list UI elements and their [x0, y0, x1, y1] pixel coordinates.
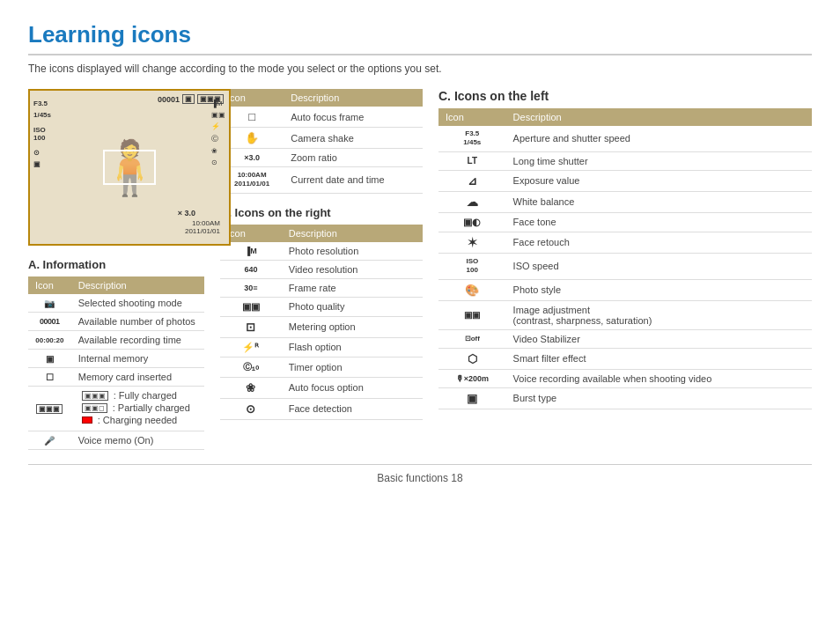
desc-cell: Face tone [506, 212, 812, 232]
table-row: ✋ Camera shake [220, 128, 423, 149]
desc-cell: Voice recording available when shooting … [506, 369, 812, 387]
desc-cell: Voice memo (On) [71, 431, 204, 450]
table-row: ⚡ᴿ Flash option [220, 337, 423, 357]
icon-cell: ▣▣▣ [28, 387, 71, 431]
icon-cell: ▣ [28, 350, 71, 368]
table-row: ▣ Internal memory [28, 350, 204, 368]
section-c-desc-header: Description [506, 108, 812, 126]
battery-empty-label: : Charging needed [98, 415, 178, 425]
icon-cell: 🎨 [438, 279, 506, 300]
desc-cell: Video Stabilizer [506, 329, 812, 348]
table-row: 640 Video resolution [220, 260, 423, 278]
desc-cell: Aperture and shutter speed [506, 126, 812, 151]
top-icon-table: Icon Description □ Auto focus frame ✋ Ca… [220, 89, 423, 194]
table-row: 10:00AM2011/01/01 Current date and time [220, 167, 423, 194]
icon-cell: ❀ [220, 377, 282, 398]
section-c-table: Icon Description F3.51/45s Aperture and … [438, 108, 812, 409]
icon-cell: Ⓒ₁₀ [220, 357, 282, 377]
desc-cell: Available number of photos [71, 313, 204, 331]
battery-full-icon: ▣▣▣ [82, 391, 108, 401]
table-row: ✶ Face retouch [438, 232, 812, 253]
page-title: Learning icons [28, 21, 812, 55]
desc-cell: Video resolution [282, 260, 423, 278]
desc-cell: Memory card inserted [71, 368, 204, 387]
table-row: □ Auto focus frame [220, 107, 423, 128]
table-row: 🎨 Photo style [438, 279, 812, 300]
icon-cell: 🎤 [28, 431, 71, 450]
table-row: Ⓒ₁₀ Timer option [220, 357, 423, 377]
icon-cell: ▣ [438, 387, 506, 409]
desc-cell: Face detection [282, 398, 423, 419]
battery-partial-icon: ▣▣◻ [82, 403, 107, 413]
section-c-icon-header: Icon [438, 108, 506, 126]
page-footer: Basic functions 18 [28, 464, 812, 484]
camera-date: 2011/01/01 [185, 227, 220, 235]
camera-time: 10:00AM [185, 219, 220, 227]
desc-cell: Image adjustment(contrast, sharpness, sa… [506, 300, 812, 329]
section-a-title: A. Information [28, 258, 204, 271]
desc-cell: Metering option [282, 316, 423, 337]
table-row: ▣◐ Face tone [438, 212, 812, 232]
desc-cell: Exposure value [506, 170, 812, 191]
desc-cell: Auto focus frame [284, 107, 423, 128]
icon-cell: 🎙×200m [438, 369, 506, 387]
table-row: 🎤 Voice memo (On) [28, 431, 204, 450]
section-b-desc-header: Description [282, 225, 423, 242]
icon-cell: ▣◐ [438, 212, 506, 232]
table-row: ☐ Memory card inserted [28, 368, 204, 387]
desc-cell: Camera shake [284, 128, 423, 149]
section-a-table: Icon Description 📷 Selected shooting mod… [28, 276, 204, 450]
section-c-title: C. Icons on the left [438, 89, 812, 103]
icon-cell: LT [438, 151, 506, 170]
desc-cell: Selected shooting mode [71, 294, 204, 313]
section-b-title: B. Icons on the right [220, 206, 423, 219]
camera-preview-diagram: 00001 ▣ ▣▣▣ F3.5 1/45s ISO100 ⊙ ▣ 🧍 ▐M [28, 89, 239, 246]
icon-cell: ⊿ [438, 170, 506, 191]
top-desc-header: Description [284, 89, 423, 107]
desc-cell: Internal memory [71, 350, 204, 368]
icon-cell: ✶ [438, 232, 506, 253]
desc-cell: Available recording time [71, 331, 204, 350]
icon-cell: ▣▣ [220, 297, 282, 316]
icon-cell: F3.51/45s [438, 126, 506, 151]
icon-cell: ISO100 [438, 253, 506, 279]
battery-partial-label: : Partially charged [113, 402, 190, 413]
icon-cell: 30≡ [220, 278, 282, 297]
table-row: 00:00:20 Available recording time [28, 331, 204, 350]
table-row: 00001 Available number of photos [28, 313, 204, 331]
desc-cell: ▣▣▣: Fully charged ▣▣◻: Partially charge… [71, 387, 204, 431]
table-row: ☁ White balance [438, 191, 812, 212]
zoom-label: × 3.0 [178, 209, 195, 217]
desc-cell: Face retouch [506, 232, 812, 253]
table-row: ▐M Photo resolution [220, 242, 423, 261]
icon-cell: ☐ [28, 368, 71, 387]
section-a: A. Information Icon Description 📷 Select… [28, 258, 204, 450]
table-row: 30≡ Frame rate [220, 278, 423, 297]
battery-full-label: : Fully charged [114, 390, 177, 401]
section-a-icon-header: Icon [28, 276, 71, 294]
icon-cell: 00:00:20 [28, 331, 71, 350]
table-row: F3.51/45s Aperture and shutter speed [438, 126, 812, 151]
table-row: 🎙×200m Voice recording available when sh… [438, 369, 812, 387]
desc-cell: Zoom ratio [284, 149, 423, 167]
icon-cell: ☁ [438, 191, 506, 212]
icon-cell: ⊡ [220, 316, 282, 337]
section-b-table: Icon Description ▐M Photo resolution 640… [220, 225, 423, 420]
table-row: 📷 Selected shooting mode [28, 294, 204, 313]
section-b: B. Icons on the right Icon Description ▐… [220, 206, 423, 420]
section-a-desc-header: Description [71, 276, 204, 294]
icon-cell: 640 [220, 260, 282, 278]
table-row: ▣▣▣ ▣▣▣: Fully charged ▣▣◻: Partially ch… [28, 387, 204, 431]
table-row: ISO100 ISO speed [438, 253, 812, 279]
table-row: ⬡ Smart filter effect [438, 348, 812, 369]
table-row: ❀ Auto focus option [220, 377, 423, 398]
desc-cell: Timer option [282, 357, 423, 377]
table-row: ⊡ Metering option [220, 316, 423, 337]
icon-cell: ⊡off [438, 329, 506, 348]
table-row: ×3.0 Zoom ratio [220, 149, 423, 167]
page-subtitle: The icons displayed will change accordin… [28, 63, 812, 75]
desc-cell: ISO speed [506, 253, 812, 279]
col-mid: Icon Description □ Auto focus frame ✋ Ca… [220, 89, 423, 420]
desc-cell: Burst type [506, 387, 812, 409]
desc-cell: Smart filter effect [506, 348, 812, 369]
